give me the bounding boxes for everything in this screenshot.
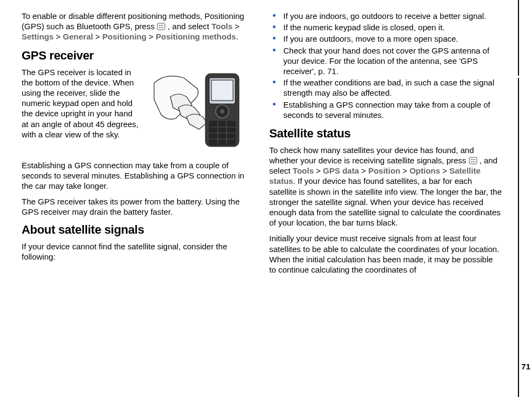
svg-point-1	[159, 25, 160, 26]
page-number: 71	[521, 362, 530, 371]
side-divider-gap	[517, 76, 520, 78]
svg-point-24	[474, 161, 475, 162]
list-item: Establishing a GPS connection may take f…	[269, 100, 502, 120]
svg-point-23	[473, 161, 474, 162]
device-illustration	[146, 67, 254, 158]
svg-rect-0	[157, 23, 165, 30]
side-divider	[518, 0, 519, 397]
heading-about-signals: About satellite signals	[22, 223, 254, 237]
svg-point-5	[161, 27, 162, 28]
svg-point-3	[162, 25, 163, 26]
intro-paragraph: To enable or disable different positioni…	[22, 11, 254, 42]
svg-point-20	[473, 159, 474, 160]
svg-point-4	[159, 27, 160, 28]
text: , and select	[168, 22, 211, 31]
list-item: If you are outdoors, move to a more open…	[269, 34, 502, 44]
gps-battery-paragraph: The GPS receiver takes its power from th…	[22, 196, 254, 217]
satellite-status-paragraph: To check how many satellites your device…	[269, 145, 502, 228]
draft-watermark: Draft	[0, 315, 2, 345]
svg-point-21	[474, 159, 475, 160]
right-column: If you are indoors, go outdoors to recei…	[269, 11, 502, 280]
signals-intro-paragraph: If your device cannot find the satellite…	[22, 241, 254, 262]
heading-gps-receiver: GPS receiver	[22, 49, 254, 63]
svg-point-6	[162, 27, 163, 28]
satellite-min-paragraph: Initially your device must receive signa…	[269, 233, 502, 275]
svg-rect-9	[211, 80, 233, 101]
text: To check how many satellites your device…	[269, 145, 474, 165]
svg-point-19	[471, 159, 472, 160]
menu-key-icon	[469, 156, 477, 164]
page: Draft Positioning 71 To enable or disabl…	[0, 0, 532, 397]
nav-path-item: Tools	[292, 166, 314, 175]
nav-path-item: GPS data	[323, 166, 359, 175]
left-column: To enable or disable different positioni…	[22, 11, 254, 280]
nav-path-item: Position	[368, 166, 400, 175]
svg-rect-18	[469, 157, 477, 164]
list-item: Check that your hand does not cover the …	[269, 45, 502, 77]
text: . If your device has found satellites, a…	[269, 176, 502, 227]
nav-path-item: Tools	[211, 22, 232, 31]
gps-connection-paragraph: Establishing a GPS connection may take f…	[22, 160, 254, 191]
menu-key-icon	[157, 22, 165, 30]
list-item: If you are indoors, go outdoors to recei…	[269, 11, 502, 21]
content-area: To enable or disable different positioni…	[0, 0, 532, 291]
nav-path-item: General	[63, 32, 93, 41]
heading-satellite-status: Satellite status	[269, 127, 502, 141]
list-item: If the numeric keypad slide is closed, o…	[269, 22, 502, 32]
signal-tips-list: If you are indoors, go outdoors to recei…	[269, 11, 502, 120]
list-item: If the weather conditions are bad, in su…	[269, 77, 502, 98]
svg-point-22	[471, 161, 472, 162]
nav-path-item: Positioning methods	[156, 32, 236, 41]
nav-path-item: Options	[409, 166, 440, 175]
nav-path-item: Positioning	[102, 32, 147, 41]
svg-point-2	[161, 25, 162, 26]
svg-point-11	[220, 109, 225, 114]
nav-path-item: Settings	[22, 32, 54, 41]
